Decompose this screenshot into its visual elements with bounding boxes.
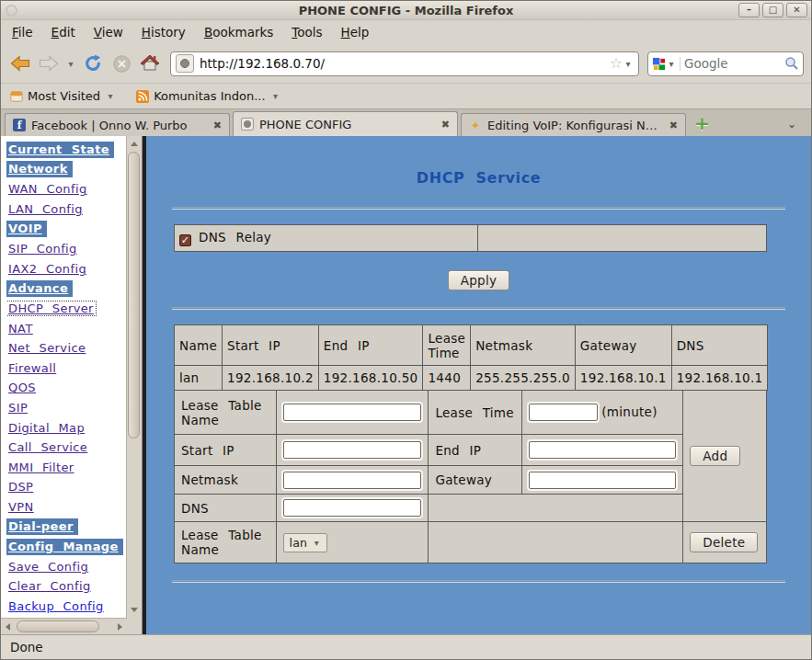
sidebar-horizontal-scrollbar[interactable] bbox=[1, 618, 127, 634]
sidebar-item-nat[interactable]: NAT bbox=[6, 322, 35, 336]
new-tab-icon[interactable]: + bbox=[694, 114, 710, 132]
lease-time-label: Lease Time bbox=[429, 391, 522, 435]
sidebar-item-network[interactable]: Network bbox=[6, 161, 73, 177]
sidebar-vertical-scrollbar[interactable] bbox=[126, 136, 142, 618]
lease-table-name-input[interactable] bbox=[283, 404, 421, 421]
divider bbox=[172, 307, 785, 310]
maximize-button[interactable]: □ bbox=[762, 3, 783, 17]
apply-button[interactable]: Apply bbox=[448, 270, 510, 290]
search-input[interactable] bbox=[684, 56, 784, 71]
lease-table-header: Start IP bbox=[223, 325, 319, 366]
tab-close-icon[interactable]: ✖ bbox=[213, 119, 222, 131]
add-button[interactable]: Add bbox=[690, 446, 740, 466]
menu-edit[interactable]: Edit bbox=[51, 25, 75, 40]
search-box[interactable]: ▾ bbox=[647, 51, 804, 76]
sidebar-item-dhcp-server[interactable]: DHCP Server bbox=[6, 302, 96, 315]
netmask-input[interactable] bbox=[283, 472, 421, 489]
lease-table-cell: 1440 bbox=[423, 366, 471, 391]
sidebar-item-vpn[interactable]: VPN bbox=[6, 500, 36, 514]
lease-table-select[interactable]: lan ▾ bbox=[283, 533, 327, 552]
menu-tools[interactable]: Tools bbox=[292, 25, 322, 40]
tab-close-icon[interactable]: ✖ bbox=[441, 119, 450, 131]
scroll-right-icon[interactable] bbox=[118, 623, 122, 631]
dns-relay-checkbox[interactable]: ✓ bbox=[179, 234, 191, 246]
forward-icon[interactable] bbox=[37, 51, 61, 75]
sidebar-item-clear-config[interactable]: Clear Config bbox=[6, 579, 93, 593]
sidebar-item-advance[interactable]: Advance bbox=[6, 280, 73, 297]
sidebar-item-save-config[interactable]: Save Config bbox=[6, 560, 90, 574]
empty-cell bbox=[478, 225, 767, 252]
url-bar[interactable]: ☆ ▾ bbox=[170, 51, 639, 76]
sidebar-item-digital-map[interactable]: Digital Map bbox=[6, 421, 86, 435]
bookmarks-toolbar: Most Visited ▾ Komunitas Indon... ▾ bbox=[1, 83, 811, 108]
url-dropdown-chevron-icon[interactable]: ▾ bbox=[623, 59, 634, 69]
lease-table-cell: 255.255.255.0 bbox=[471, 366, 576, 391]
scroll-up-icon[interactable] bbox=[131, 142, 138, 146]
sidebar-item-dsp[interactable]: DSP bbox=[6, 480, 35, 494]
sidebar-item-qos[interactable]: QOS bbox=[6, 381, 38, 394]
sidebar-item-dial-peer[interactable]: Dial-peer bbox=[6, 518, 78, 535]
tab-close-icon[interactable]: ✖ bbox=[669, 119, 678, 131]
page-title: DHCP Service bbox=[166, 169, 791, 187]
menu-bookmarks[interactable]: Bookmarks bbox=[204, 25, 273, 40]
search-icon[interactable] bbox=[784, 56, 799, 71]
start-ip-input[interactable] bbox=[283, 441, 421, 459]
sidebar-item-current-state[interactable]: Current State bbox=[6, 142, 114, 158]
menu-history[interactable]: History bbox=[142, 25, 186, 40]
search-engine-chevron-icon[interactable]: ▾ bbox=[666, 59, 677, 69]
start-ip-label: Start IP bbox=[175, 435, 277, 466]
stop-icon[interactable] bbox=[109, 51, 133, 75]
menu-view[interactable]: View bbox=[94, 25, 123, 40]
home-icon[interactable] bbox=[138, 51, 162, 75]
tab-list-chevron-icon[interactable]: ⌄ bbox=[787, 118, 796, 131]
gateway-input[interactable] bbox=[529, 472, 676, 489]
sidebar-item-net-service[interactable]: Net Service bbox=[6, 341, 87, 355]
delete-button[interactable]: Delete bbox=[690, 532, 758, 552]
main-frame: DHCP Service ✓DNS Relay Apply NameStart bbox=[146, 136, 811, 634]
sidebar-item-sip[interactable]: SIP bbox=[6, 401, 29, 415]
bookmark-star-icon[interactable]: ☆ bbox=[610, 56, 623, 71]
lease-time-input[interactable] bbox=[529, 404, 598, 421]
sidebar-item-call-service[interactable]: Call Service bbox=[6, 440, 89, 454]
bookmark-most-visited[interactable]: Most Visited ▾ bbox=[10, 89, 116, 103]
tab-editing-voip[interactable]: ✦ Editing VoIP: Konfigurasi Ne... ✖ bbox=[461, 113, 686, 136]
vertical-scroll-thumb[interactable] bbox=[128, 152, 140, 438]
sidebar-item-backup-config[interactable]: Backup Config bbox=[6, 599, 106, 613]
menu-file[interactable]: File bbox=[12, 25, 33, 40]
scroll-down-icon[interactable] bbox=[131, 608, 138, 612]
end-ip-input[interactable] bbox=[529, 441, 676, 459]
sidebar-item-sip-config[interactable]: SIP Config bbox=[6, 242, 79, 256]
horizontal-scroll-thumb[interactable] bbox=[17, 620, 99, 632]
facebook-favicon: f bbox=[13, 119, 26, 131]
close-button[interactable]: ✕ bbox=[786, 3, 807, 17]
sidebar-item-mmi-filter[interactable]: MMI Filter bbox=[6, 461, 76, 474]
browser-window: PHONE CONFIG - Mozilla Firefox – □ ✕ Fil… bbox=[0, 0, 812, 660]
sidebar-item-lan-config[interactable]: LAN Config bbox=[6, 202, 85, 216]
tab-facebook[interactable]: f Facebook | Onno W. Purbo ✖ bbox=[5, 113, 230, 136]
bookmark-komunitas[interactable]: Komunitas Indon... ▾ bbox=[136, 89, 280, 103]
minimize-button[interactable]: – bbox=[738, 3, 760, 17]
gateway-label: Gateway bbox=[429, 466, 522, 495]
lease-table-cell: 192.168.10.1 bbox=[575, 366, 671, 391]
sidebar: Current StateNetworkWAN ConfigLAN Config… bbox=[1, 136, 142, 634]
lease-table-header: End IP bbox=[318, 325, 423, 366]
sidebar-item-iax2-config[interactable]: IAX2 Config bbox=[6, 262, 88, 276]
menu-help[interactable]: Help bbox=[341, 25, 370, 40]
table-row: lan192.168.10.2192.168.10.501440255.255.… bbox=[175, 366, 768, 391]
back-icon[interactable] bbox=[8, 51, 32, 75]
back-history-chevron-icon[interactable]: ▾ bbox=[65, 59, 76, 69]
most-visited-icon bbox=[10, 90, 23, 103]
url-input[interactable] bbox=[200, 56, 610, 71]
sidebar-item-voip[interactable]: VOIP bbox=[6, 221, 47, 237]
sidebar-item-firewall[interactable]: Firewall bbox=[6, 361, 58, 375]
sidebar-item-config-manage[interactable]: Config Manage bbox=[6, 539, 123, 555]
sidebar-item-wan-config[interactable]: WAN Config bbox=[6, 182, 89, 196]
menubar: File Edit View History Bookmarks Tools H… bbox=[1, 20, 811, 44]
phone-config-favicon bbox=[241, 118, 254, 131]
titlebar: PHONE CONFIG - Mozilla Firefox – □ ✕ bbox=[1, 1, 811, 20]
empty-cell bbox=[429, 495, 683, 522]
reload-icon[interactable] bbox=[81, 51, 105, 75]
scroll-left-icon[interactable] bbox=[6, 623, 10, 631]
tab-phone-config[interactable]: PHONE CONFIG ✖ bbox=[233, 111, 458, 136]
dns-input[interactable] bbox=[283, 499, 421, 517]
